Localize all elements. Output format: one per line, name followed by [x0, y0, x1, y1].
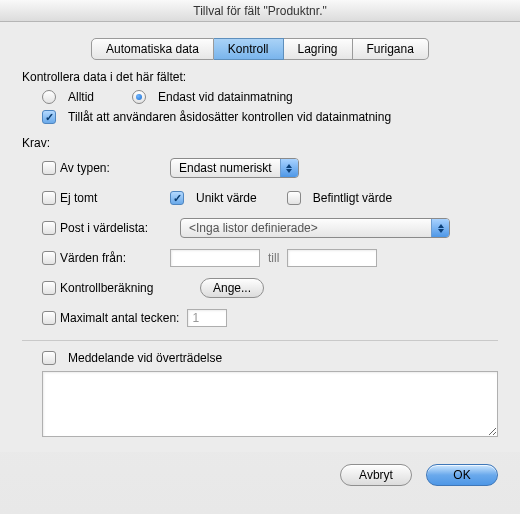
- tab-furigana[interactable]: Furigana: [353, 38, 429, 60]
- radio-always-label: Alltid: [68, 90, 94, 104]
- existing-label: Befintligt värde: [313, 191, 392, 205]
- checkbox-unique[interactable]: [170, 191, 184, 205]
- radio-only-on-entry-label: Endast vid datainmatning: [158, 90, 293, 104]
- value-list-label: Post i värdelista:: [60, 221, 148, 235]
- select-of-type[interactable]: Endast numeriskt: [170, 158, 299, 178]
- calc-specify-button[interactable]: Ange...: [200, 278, 264, 298]
- checkbox-violation-message[interactable]: [42, 351, 56, 365]
- divider: [22, 340, 498, 341]
- checkbox-of-type[interactable]: [42, 161, 56, 175]
- input-max-chars[interactable]: [187, 309, 227, 327]
- unique-label: Unikt värde: [196, 191, 257, 205]
- radio-only-on-entry[interactable]: [132, 90, 146, 104]
- input-range-to[interactable]: [287, 249, 377, 267]
- select-of-type-value: Endast numeriskt: [171, 161, 280, 175]
- checkbox-max-chars[interactable]: [42, 311, 56, 325]
- select-value-list-value: <Inga listor definierade>: [181, 221, 326, 235]
- requirements-heading: Krav:: [22, 136, 498, 150]
- ok-button[interactable]: OK: [426, 464, 498, 486]
- tab-bar: Automatiska data Kontroll Lagring Furiga…: [22, 38, 498, 60]
- input-range-from[interactable]: [170, 249, 260, 267]
- max-chars-label: Maximalt antal tecken:: [60, 311, 179, 325]
- range-to-label: till: [268, 251, 279, 265]
- checkbox-calc[interactable]: [42, 281, 56, 295]
- calc-label: Kontrollberäkning: [60, 281, 153, 295]
- checkbox-value-list[interactable]: [42, 221, 56, 235]
- tab-validation[interactable]: Kontroll: [214, 38, 284, 60]
- checkbox-existing[interactable]: [287, 191, 301, 205]
- window-title: Tillval för fält "Produktnr.": [0, 0, 520, 22]
- checkbox-not-empty[interactable]: [42, 191, 56, 205]
- updown-arrows-icon: [431, 219, 449, 237]
- updown-arrows-icon: [280, 159, 298, 177]
- violation-message-label: Meddelande vid överträdelse: [68, 351, 222, 365]
- checkbox-range[interactable]: [42, 251, 56, 265]
- checkbox-allow-override[interactable]: [42, 110, 56, 124]
- allow-override-label: Tillåt att användaren åsidosätter kontro…: [68, 110, 391, 124]
- tab-storage[interactable]: Lagring: [284, 38, 353, 60]
- not-empty-label: Ej tomt: [60, 191, 97, 205]
- range-label: Värden från:: [60, 251, 126, 265]
- cancel-button[interactable]: Avbryt: [340, 464, 412, 486]
- of-type-label: Av typen:: [60, 161, 110, 175]
- select-value-list[interactable]: <Inga listor definierade>: [180, 218, 450, 238]
- radio-always[interactable]: [42, 90, 56, 104]
- validate-heading: Kontrollera data i det här fältet:: [22, 70, 498, 84]
- textarea-violation-message[interactable]: [42, 371, 498, 437]
- tab-automatic-data[interactable]: Automatiska data: [91, 38, 214, 60]
